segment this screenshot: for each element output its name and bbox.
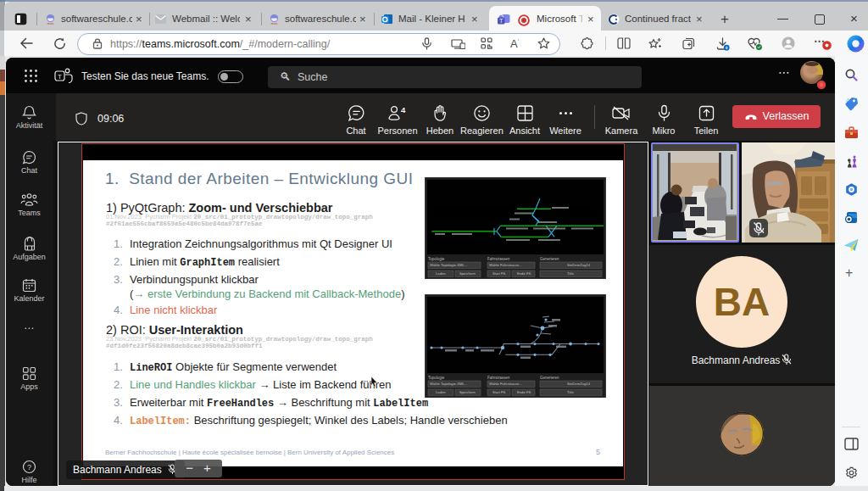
svg-text:Laden: Laden [436, 271, 446, 276]
svg-text:Topologie: Topologie [428, 376, 445, 380]
svg-text:T: T [499, 18, 503, 24]
svg-text:Wähle Fahrstrasse...: Wähle Fahrstrasse... [489, 382, 522, 386]
svg-text:Wähle Fahrstrasse...: Wähle Fahrstrasse... [489, 263, 522, 267]
svg-text:Fahrstrassen: Fahrstrassen [487, 376, 510, 380]
svg-text:Title: Title [567, 390, 574, 394]
svg-text:Fahrstrassen: Fahrstrassen [487, 257, 510, 261]
svg-text:Speichern: Speichern [459, 271, 476, 276]
svg-text:Start FS: Start FS [492, 390, 506, 394]
svg-text:Start FS: Start FS [492, 271, 506, 276]
svg-text:Wähle Topologie-XML...: Wähle Topologie-XML... [430, 382, 467, 386]
svg-text:?: ? [27, 463, 31, 471]
svg-text:Wähle Topologie-XML...: Wähle Topologie-XML... [430, 263, 467, 267]
svg-text:myx: myx [271, 21, 277, 25]
svg-text:SteDemZug14: SteDemZug14 [567, 263, 591, 267]
svg-text:myx: myx [47, 21, 53, 25]
svg-text:Topologie: Topologie [428, 257, 445, 261]
svg-text:T: T [58, 73, 62, 81]
svg-text:Ende FS: Ende FS [517, 390, 531, 394]
svg-text:Laden: Laden [436, 390, 446, 394]
svg-text:Generieren: Generieren [540, 257, 559, 261]
svg-text:Speichern: Speichern [459, 390, 476, 394]
svg-text:SteDemZug14: SteDemZug14 [567, 382, 591, 386]
svg-text:Ende FS: Ende FS [517, 271, 531, 276]
svg-text:Title: Title [567, 271, 574, 276]
svg-text:Generieren: Generieren [540, 376, 559, 380]
svg-text:4: 4 [401, 105, 406, 114]
